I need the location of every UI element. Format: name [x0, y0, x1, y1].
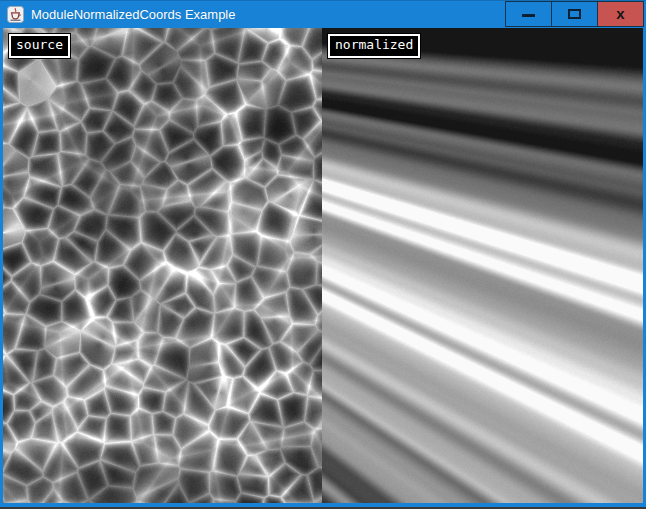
java-coffee-cup-icon	[7, 6, 24, 23]
source-image	[3, 28, 322, 503]
minimize-icon	[522, 14, 535, 17]
close-icon: x	[616, 6, 624, 21]
normalized-panel: normalized	[322, 28, 643, 503]
normalized-label: normalized	[328, 34, 420, 58]
app-window: ModuleNormalizedCoords Example x source …	[0, 0, 646, 509]
close-button[interactable]: x	[597, 1, 644, 27]
source-label: source	[9, 34, 70, 58]
maximize-button[interactable]	[551, 1, 598, 27]
window-controls: x	[506, 1, 644, 27]
maximize-icon	[568, 9, 581, 19]
content-area: source normalized	[3, 28, 643, 503]
source-panel: source	[3, 28, 322, 503]
window-title: ModuleNormalizedCoords Example	[31, 7, 235, 22]
minimize-button[interactable]	[505, 1, 552, 27]
titlebar[interactable]: ModuleNormalizedCoords Example x	[0, 0, 646, 28]
normalized-image	[322, 28, 643, 503]
